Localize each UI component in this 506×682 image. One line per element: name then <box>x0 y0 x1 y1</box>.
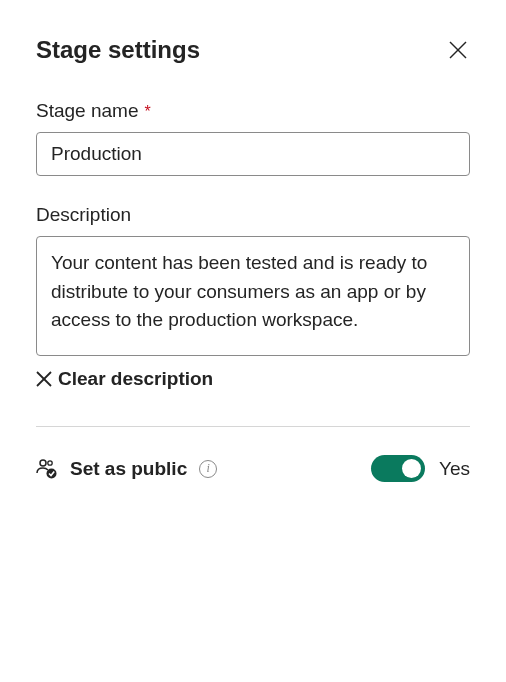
people-public-icon <box>36 458 58 480</box>
public-toggle-text: Yes <box>439 458 470 480</box>
description-textarea[interactable]: Your content has been tested and is read… <box>36 236 470 356</box>
clear-description-label: Clear description <box>58 368 213 390</box>
info-icon[interactable]: i <box>199 460 217 478</box>
clear-icon <box>36 371 52 387</box>
clear-description-button[interactable]: Clear description <box>36 368 470 390</box>
toggle-knob <box>402 459 421 478</box>
close-button[interactable] <box>446 38 470 62</box>
stage-name-label: Stage name <box>36 100 138 122</box>
dialog-title: Stage settings <box>36 36 200 64</box>
description-label: Description <box>36 204 131 226</box>
stage-name-input[interactable] <box>36 132 470 176</box>
svg-point-4 <box>40 460 46 466</box>
set-as-public-label: Set as public <box>70 458 187 480</box>
required-marker: * <box>144 103 150 121</box>
close-icon <box>449 41 467 59</box>
svg-point-6 <box>47 468 57 478</box>
public-toggle[interactable] <box>371 455 425 482</box>
section-divider <box>36 426 470 427</box>
svg-point-5 <box>48 460 52 464</box>
